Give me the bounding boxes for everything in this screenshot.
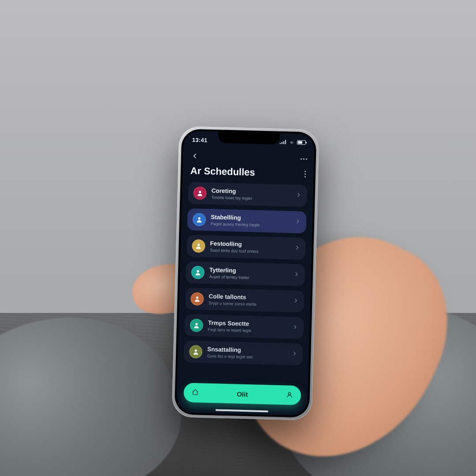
svg-point-3 — [197, 270, 199, 272]
chevron-right-icon — [294, 245, 300, 253]
list-item-subtitle: Fegt tans te tepetl legts — [208, 327, 287, 334]
list-item-title: Snsattalling — [207, 346, 286, 354]
phone-frame: 13:41 — [171, 126, 319, 420]
svg-point-7 — [288, 392, 290, 394]
list-item-title: Trmps Soectte — [208, 319, 287, 328]
page-header: Ar Schedulles — [182, 162, 314, 185]
profile-icon — [286, 391, 293, 399]
svg-point-0 — [199, 191, 201, 193]
chevron-right-icon — [293, 298, 299, 305]
avatar — [192, 239, 205, 253]
list-item-labels: SnsattallingGore fes e tegt tegitt wet — [207, 346, 287, 361]
chevron-right-icon — [291, 350, 298, 358]
list-item-labels: Colle tallontsSrypt o tonne toese etette — [208, 293, 288, 308]
phone-bezel: 13:41 — [175, 129, 317, 418]
avatar — [190, 319, 203, 332]
list-item-subtitle: Gore fes e tegt tegitt wet — [207, 353, 286, 361]
list-item-title: Coreting — [212, 187, 291, 196]
avatar — [190, 292, 204, 306]
back-button[interactable] — [190, 151, 200, 161]
page-title: Ar Schedulles — [190, 165, 255, 178]
chevron-right-icon — [294, 271, 300, 279]
primary-cta-button[interactable]: Olit — [183, 383, 301, 405]
list-item-title: Stabellling — [211, 213, 290, 222]
list-item-title: Colle tallonts — [208, 293, 288, 301]
svg-point-1 — [198, 217, 200, 219]
avatar — [189, 345, 203, 359]
list-item-labels: CoretingTorette loset tey legier — [211, 187, 291, 202]
svg-point-2 — [197, 244, 200, 246]
list-item[interactable]: StabelllingPaget ausey therteg hegte — [187, 208, 307, 234]
cellular-icon — [280, 140, 286, 144]
wifi-icon — [289, 140, 295, 144]
list-item-labels: StabelllingPaget ausey therteg hegte — [211, 213, 290, 228]
app-screen: 13:41 — [176, 130, 315, 416]
list-item-labels: Trmps SoectteFegt tans te tepetl legts — [208, 319, 287, 334]
svg-point-6 — [195, 350, 197, 352]
list-item[interactable]: TytterlingAopet of tentey tratter — [186, 261, 305, 286]
more-button[interactable] — [301, 158, 307, 160]
avatar — [193, 213, 206, 227]
list-item-subtitle: Soeri tertis doy tosf onters — [210, 248, 289, 255]
svg-point-4 — [196, 297, 198, 299]
home-icon — [192, 388, 199, 397]
list-item[interactable]: FestoollingSoeri tertis doy tosf onters — [186, 234, 306, 260]
avatar — [191, 266, 205, 279]
list-item-subtitle: Paget ausey therteg hegte — [211, 221, 290, 228]
kebab-menu-icon[interactable] — [305, 171, 306, 177]
list-item-title: Tytterling — [209, 266, 289, 275]
status-time: 13:41 — [192, 136, 208, 143]
list-item-subtitle: Srypt o tonne toese etette — [208, 301, 288, 308]
svg-point-5 — [195, 323, 197, 325]
chevron-right-icon — [295, 218, 301, 226]
list-item-labels: TytterlingAopet of tentey tratter — [209, 266, 289, 281]
phone-notch — [218, 131, 280, 145]
schedule-list[interactable]: CoretingTorette loset tey legierStabelll… — [177, 182, 314, 382]
list-item-subtitle: Torette loset tey legier — [211, 195, 290, 202]
list-item[interactable]: SnsattallingGore fes e tegt tegitt wet — [184, 340, 303, 365]
list-item-subtitle: Aopet of tentey tratter — [209, 274, 289, 281]
avatar — [193, 186, 207, 200]
cta-label: Olit — [199, 389, 286, 399]
list-item[interactable]: CoretingTorette loset tey legier — [188, 182, 307, 207]
list-item-title: Festoolling — [210, 240, 290, 249]
list-item[interactable]: Colle tallontsSrypt o tonne toese etette — [185, 287, 305, 312]
battery-icon — [297, 140, 306, 145]
list-item-labels: FestoollingSoeri tertis doy tosf onters — [210, 240, 290, 255]
list-item[interactable]: Trmps SoectteFegt tans te tepetl legts — [184, 314, 304, 339]
chevron-right-icon — [292, 324, 298, 332]
chevron-right-icon — [295, 192, 301, 200]
